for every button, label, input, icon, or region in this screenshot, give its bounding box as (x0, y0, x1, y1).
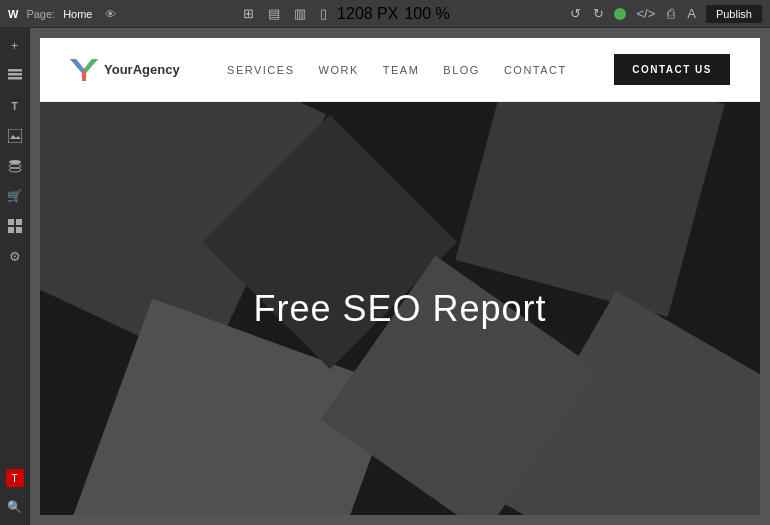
nav-team[interactable]: TEAM (383, 64, 420, 76)
tablet-icon[interactable]: ▯ (316, 4, 331, 23)
code-icon[interactable]: </> (634, 4, 657, 23)
font-icon[interactable]: A (685, 4, 698, 23)
grid-icon[interactable]: ⊞ (239, 4, 258, 23)
svg-marker-13 (84, 59, 98, 73)
main-area: + T 🛒 ⚙ T 🔍 (0, 28, 770, 525)
hero-heading: Free SEO Report (253, 288, 546, 330)
widget-icon[interactable] (5, 216, 25, 236)
wordpress-icon: W (8, 8, 18, 20)
zoom-level: 100 % (404, 5, 449, 23)
svg-rect-0 (8, 69, 22, 72)
contact-us-button[interactable]: CONTACT US (614, 54, 730, 85)
nav-services[interactable]: SERVICES (227, 64, 294, 76)
svg-marker-12 (70, 59, 84, 73)
stack-icon[interactable] (5, 156, 25, 176)
site-logo: YourAgency (70, 59, 180, 81)
search-icon[interactable]: 🔍 (5, 497, 25, 517)
layers-icon[interactable] (5, 66, 25, 86)
svg-point-4 (9, 160, 21, 164)
settings-icon[interactable]: ⚙ (5, 246, 25, 266)
text-icon[interactable]: T (5, 96, 25, 116)
columns-icon[interactable]: ▥ (290, 4, 310, 23)
plus-icon[interactable]: + (5, 36, 25, 56)
site-header: YourAgency SERVICES WORK TEAM BLOG CONTA… (40, 38, 760, 102)
status-dot (614, 8, 626, 20)
svg-rect-8 (16, 219, 22, 225)
image-icon[interactable] (5, 126, 25, 146)
logo-text: YourAgency (104, 62, 180, 77)
svg-point-5 (9, 164, 21, 168)
logo-svg (70, 59, 98, 81)
nav-work[interactable]: WORK (319, 64, 359, 76)
svg-rect-7 (8, 219, 14, 225)
hero-section: Free SEO Report (40, 102, 760, 515)
undo-icon[interactable]: ↺ (568, 4, 583, 23)
svg-rect-1 (8, 73, 22, 76)
toolbar-center: ⊞ ▤ ▥ ▯ 1208 PX 100 % (239, 4, 450, 23)
page-name: Home (63, 8, 92, 20)
svg-rect-2 (8, 77, 22, 80)
redo-icon[interactable]: ↻ (591, 4, 606, 23)
toolbar-left: W Page: Home 👁 (8, 4, 120, 24)
layout-icon[interactable]: ▤ (264, 4, 284, 23)
svg-rect-10 (16, 227, 22, 233)
nav-contact[interactable]: CONTACT (504, 64, 567, 76)
px-info: 1208 PX (337, 5, 398, 23)
share-icon[interactable]: ⎙ (665, 4, 677, 23)
canvas-area: YourAgency SERVICES WORK TEAM BLOG CONTA… (30, 28, 770, 525)
nav-blog[interactable]: BLOG (443, 64, 480, 76)
site-nav: SERVICES WORK TEAM BLOG CONTACT (227, 64, 567, 76)
page-label: Page: (26, 8, 55, 20)
publish-button[interactable]: Publish (706, 5, 762, 23)
cart-icon[interactable]: 🛒 (5, 186, 25, 206)
eye-icon[interactable]: 👁 (100, 4, 120, 24)
svg-point-6 (9, 168, 21, 172)
geo-shape-2 (455, 102, 724, 317)
svg-rect-3 (8, 129, 22, 143)
template-icon[interactable]: T (6, 469, 24, 487)
top-toolbar: W Page: Home 👁 ⊞ ▤ ▥ ▯ 1208 PX 100 % ↺ ↻… (0, 0, 770, 28)
website-preview: YourAgency SERVICES WORK TEAM BLOG CONTA… (40, 38, 760, 515)
left-sidebar: + T 🛒 ⚙ T 🔍 (0, 28, 30, 525)
toolbar-right: ↺ ↻ </> ⎙ A Publish (568, 4, 762, 23)
svg-rect-9 (8, 227, 14, 233)
